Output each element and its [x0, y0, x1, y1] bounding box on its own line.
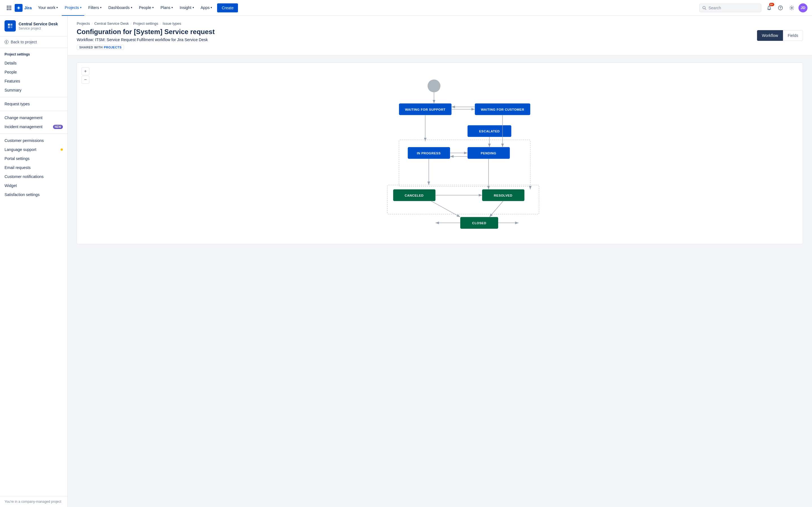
nav-your-work[interactable]: Your work ▾ — [35, 0, 61, 16]
sidebar-item-summary[interactable]: Summary — [0, 86, 67, 95]
jira-logo-icon — [15, 4, 22, 12]
breadcrumb: Projects / Central Service Desk / Projec… — [77, 21, 803, 25]
workflow-subtitle: Workflow: ITSM: Service Request Fulfilme… — [77, 38, 214, 42]
svg-rect-8 — [10, 9, 11, 10]
nav-dashboards[interactable]: Dashboards ▾ — [105, 0, 135, 16]
sidebar-item-customer-permissions[interactable]: Customer permissions — [0, 136, 67, 145]
svg-point-13 — [791, 7, 793, 8]
svg-point-18 — [5, 40, 8, 44]
waiting-for-customer-label: WAITING FOR CUSTOMER — [481, 108, 524, 111]
workflow-area: + − — [68, 56, 812, 251]
chevron-down-icon: ▾ — [100, 6, 101, 9]
sidebar-divider-2 — [0, 111, 67, 111]
new-badge: NEW — [53, 125, 63, 129]
svg-rect-2 — [10, 6, 11, 7]
jira-logo[interactable]: Jira — [15, 4, 32, 12]
svg-text:?: ? — [779, 6, 781, 10]
svg-line-33 — [431, 201, 460, 217]
settings-button[interactable] — [787, 3, 796, 12]
grid-menu-button[interactable] — [4, 3, 13, 12]
pending-label: PENDING — [481, 152, 496, 155]
chevron-down-icon: ▾ — [80, 6, 82, 9]
svg-rect-14 — [8, 24, 10, 25]
zoom-out-button[interactable]: − — [82, 76, 89, 83]
breadcrumb-sep-2: / — [131, 21, 132, 25]
nav-people[interactable]: People ▾ — [136, 0, 157, 16]
sidebar-footer: You're in a company-managed project — [0, 496, 67, 507]
search-input[interactable]: Search — [699, 4, 761, 12]
svg-rect-15 — [10, 24, 12, 25]
top-navigation: Jira Your work ▾ Projects ▾ Filters ▾ Da… — [0, 0, 812, 16]
in-progress-label: IN PROGRESS — [417, 152, 441, 155]
sidebar-item-request-types[interactable]: Request types — [0, 100, 67, 108]
start-node — [428, 79, 441, 93]
breadcrumb-projects[interactable]: Projects — [77, 21, 90, 25]
tab-fields[interactable]: Fields — [783, 30, 803, 41]
sidebar-item-people[interactable]: People — [0, 68, 67, 76]
sidebar-item-widget[interactable]: Widget — [0, 181, 67, 190]
help-icon: ? — [778, 5, 783, 10]
main-content: Projects / Central Service Desk / Projec… — [68, 16, 812, 507]
jira-logo-text: Jira — [24, 5, 32, 10]
nav-apps[interactable]: Apps ▾ — [198, 0, 215, 16]
create-button[interactable]: Create — [217, 3, 238, 12]
svg-rect-0 — [7, 6, 8, 7]
chevron-down-icon: ▾ — [131, 6, 132, 9]
help-button[interactable]: ? — [776, 3, 785, 12]
breadcrumb-issue-types[interactable]: Issue types — [163, 21, 181, 25]
inner-box — [399, 140, 530, 186]
notifications-button[interactable]: 9+ — [765, 3, 774, 12]
resolved-label: RESOLVED — [494, 194, 513, 197]
sidebar-item-features[interactable]: Features — [0, 76, 67, 86]
sidebar-item-portal-settings[interactable]: Portal settings — [0, 154, 67, 163]
content-tabs — [77, 54, 803, 55]
sidebar-item-satisfaction-settings[interactable]: Satisfaction settings — [0, 190, 67, 199]
search-placeholder: Search — [709, 6, 721, 10]
sidebar-item-change-management[interactable]: Change management — [0, 113, 67, 122]
nav-projects[interactable]: Projects ▾ — [62, 0, 84, 16]
sidebar-item-language-support[interactable]: Language support — [0, 145, 67, 154]
breadcrumb-central-service-desk[interactable]: Central Service Desk — [94, 21, 129, 25]
svg-line-10 — [705, 8, 706, 10]
search-icon — [702, 6, 706, 10]
tab-workflow[interactable]: Workflow — [757, 30, 783, 41]
avatar[interactable]: JD — [799, 3, 808, 12]
nav-plans[interactable]: Plans ▾ — [158, 0, 175, 16]
svg-rect-7 — [8, 9, 10, 10]
gear-icon — [789, 5, 794, 10]
nav-filters[interactable]: Filters ▾ — [86, 0, 104, 16]
sidebar-item-incident-management[interactable]: Incident management NEW — [0, 122, 67, 131]
sidebar-item-customer-notifications[interactable]: Customer notifications — [0, 172, 67, 181]
shared-link[interactable]: PROJECTS — [104, 46, 121, 49]
notification-badge: 9+ — [769, 3, 774, 6]
sidebar-item-details[interactable]: Details — [0, 59, 67, 68]
svg-rect-1 — [8, 6, 10, 7]
svg-rect-16 — [8, 26, 10, 28]
shared-badge: SHARED WITH PROJECTS — [77, 45, 124, 50]
nav-insight[interactable]: Insight ▾ — [177, 0, 197, 16]
back-to-project[interactable]: Back to project — [0, 36, 67, 48]
canceled-label: CANCELED — [405, 194, 423, 197]
zoom-in-button[interactable]: + — [82, 67, 89, 75]
svg-rect-5 — [10, 7, 11, 8]
sidebar-section-title: Project settings — [0, 48, 67, 59]
nav-icon-group: 9+ ? JD — [765, 3, 808, 12]
breadcrumb-sep-3: / — [160, 21, 161, 25]
breadcrumb-project-settings[interactable]: Project settings — [133, 21, 158, 25]
svg-line-32 — [490, 201, 503, 217]
svg-rect-4 — [8, 7, 10, 8]
waiting-for-support-label: WAITING FOR SUPPORT — [405, 108, 446, 111]
sidebar-project: Central Service Desk Service project — [0, 16, 67, 36]
svg-rect-6 — [7, 9, 8, 10]
project-type: Service project — [18, 26, 58, 31]
chevron-down-icon: ▾ — [193, 6, 194, 9]
closed-label: CLOSED — [472, 221, 486, 225]
diagram-container: + − — [77, 62, 803, 244]
escalated-label: ESCALATED — [479, 129, 500, 133]
workflow-diagram: WAITING FOR SUPPORT WAITING FOR CUSTOMER… — [83, 68, 797, 237]
sidebar-item-email-requests[interactable]: Email requests — [0, 163, 67, 172]
sidebar-divider-3 — [0, 133, 67, 134]
sidebar-divider-1 — [0, 97, 67, 97]
content-header: Projects / Central Service Desk / Projec… — [68, 16, 812, 56]
language-dot-indicator — [61, 149, 63, 151]
